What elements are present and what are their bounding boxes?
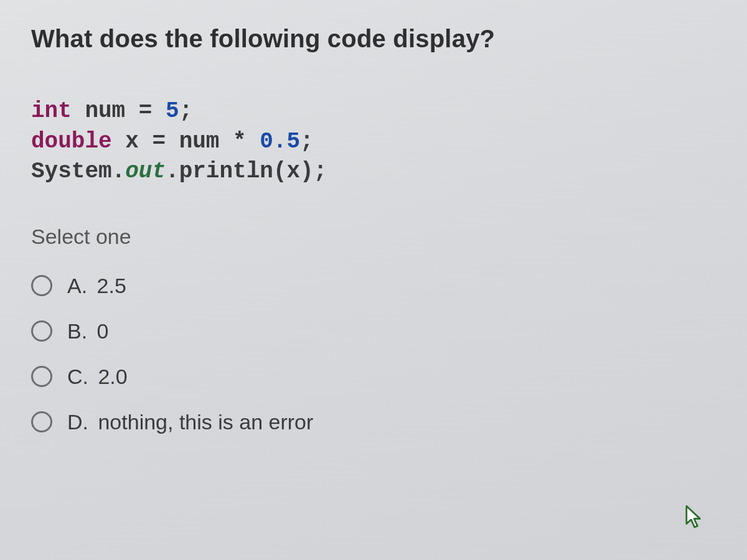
code-keyword-double: double bbox=[31, 129, 112, 154]
code-text: num = bbox=[72, 98, 166, 124]
options-group: A. 2.5 B. 0 C. 2.0 D. nothing, this is a… bbox=[31, 274, 716, 434]
option-letter: A. bbox=[67, 274, 87, 297]
radio-icon[interactable] bbox=[31, 320, 52, 342]
radio-icon[interactable] bbox=[31, 411, 52, 432]
code-literal: 5 bbox=[166, 98, 179, 124]
option-text: 2.0 bbox=[98, 365, 127, 388]
code-text: System. bbox=[31, 159, 125, 184]
option-letter: B. bbox=[67, 319, 87, 343]
option-label: B. 0 bbox=[67, 319, 109, 343]
option-label: C. 2.0 bbox=[67, 365, 128, 389]
option-text: 2.5 bbox=[97, 274, 126, 297]
radio-icon[interactable] bbox=[31, 275, 52, 296]
code-block: int num = 5; double x = num * 0.5; Syste… bbox=[31, 96, 716, 187]
question-title: What does the following code display? bbox=[31, 25, 716, 53]
select-one-label: Select one bbox=[31, 225, 716, 249]
option-letter: D. bbox=[67, 410, 88, 434]
radio-icon[interactable] bbox=[31, 366, 52, 387]
code-literal: 0.5 bbox=[260, 129, 300, 154]
code-keyword-int: int bbox=[31, 98, 72, 124]
option-b[interactable]: B. 0 bbox=[31, 319, 716, 343]
option-text: 0 bbox=[97, 319, 109, 343]
code-text: x = num * bbox=[112, 129, 260, 154]
option-d[interactable]: D. nothing, this is an error bbox=[31, 410, 716, 434]
option-text: nothing, this is an error bbox=[98, 410, 313, 434]
option-label: A. 2.5 bbox=[67, 274, 126, 298]
code-static-out: out bbox=[125, 159, 166, 184]
option-c[interactable]: C. 2.0 bbox=[31, 365, 716, 389]
code-text: .println(x); bbox=[166, 159, 327, 184]
cursor-icon bbox=[685, 505, 703, 529]
code-text: ; bbox=[179, 98, 193, 124]
option-letter: C. bbox=[67, 365, 88, 388]
option-a[interactable]: A. 2.5 bbox=[31, 274, 716, 298]
code-text: ; bbox=[300, 129, 314, 154]
option-label: D. nothing, this is an error bbox=[67, 410, 313, 434]
